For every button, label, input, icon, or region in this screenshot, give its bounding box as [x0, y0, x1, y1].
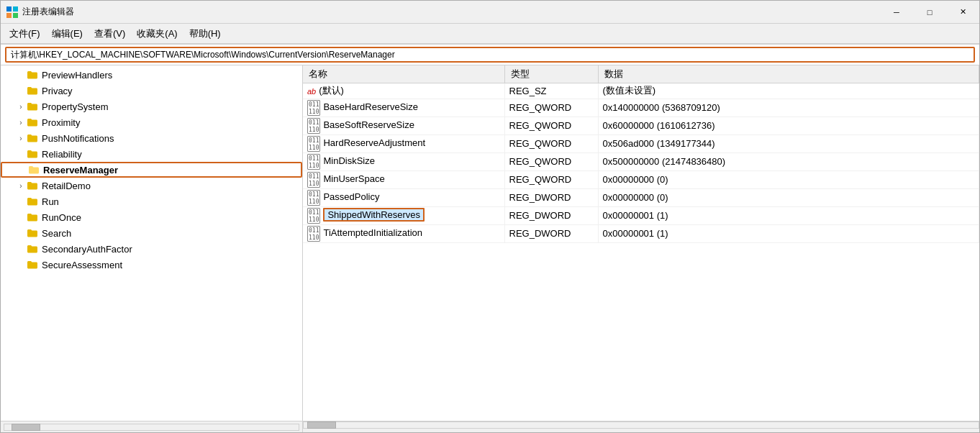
- svg-rect-2: [6, 13, 12, 18]
- value-name-cell: 011110MinDiskSize: [303, 152, 504, 170]
- tree-scrollbar[interactable]: [1, 421, 303, 432]
- folder-icon: [27, 101, 38, 112]
- bottom-scrollbar: [1, 421, 979, 432]
- col-header-data: 数据: [598, 65, 979, 83]
- reg-icon: 011110: [307, 172, 320, 188]
- tree-item-label: Run: [42, 196, 59, 207]
- tree-item[interactable]: RunOnce: [1, 209, 302, 225]
- tree-item-label: PreviewHandlers: [42, 70, 112, 81]
- tree-item[interactable]: ›PropertySystem: [1, 99, 302, 114]
- tree-item[interactable]: ›RetailDemo: [1, 178, 302, 193]
- value-name-cell: ab(默认): [303, 83, 504, 99]
- value-data-cell: (数值未设置): [598, 83, 979, 99]
- menu-edit[interactable]: 编辑(E): [46, 26, 89, 42]
- close-button[interactable]: ✕: [946, 1, 979, 24]
- col-header-name: 名称: [303, 65, 504, 83]
- window-title: 注册表编辑器: [22, 6, 74, 18]
- value-name-cell: 011110MinUserSpace: [303, 170, 504, 188]
- reg-icon: 011110: [307, 100, 320, 116]
- table-row[interactable]: 011110PassedPolicyREG_DWORD0x00000000 (0…: [303, 188, 979, 206]
- value-data-cell: 0x60000000 (1610612736): [598, 117, 979, 135]
- tree-arrow-icon: ›: [15, 182, 27, 190]
- values-table: 名称 类型 数据 ab(默认)REG_SZ(数值未设置)011110BaseHa…: [303, 65, 979, 243]
- table-row[interactable]: 011110MinUserSpaceREG_QWORD0x00000000 (0…: [303, 170, 979, 188]
- menu-favorites[interactable]: 收藏夹(A): [131, 26, 183, 42]
- col-header-type: 类型: [504, 65, 598, 83]
- tree-item[interactable]: SecondaryAuthFactor: [1, 241, 302, 257]
- table-row[interactable]: 011110BaseHardReserveSizeREG_QWORD0x1400…: [303, 99, 979, 117]
- minimize-button[interactable]: ─: [880, 1, 913, 24]
- tree-item[interactable]: ReserveManager: [1, 162, 302, 178]
- tree-item[interactable]: Privacy: [1, 83, 302, 99]
- tree-panel[interactable]: PreviewHandlersPrivacy›PropertySystem›Pr…: [1, 65, 303, 421]
- tree-item[interactable]: Search: [1, 225, 302, 241]
- table-row[interactable]: ab(默认)REG_SZ(数值未设置): [303, 83, 979, 99]
- menu-file[interactable]: 文件(F): [4, 26, 46, 42]
- ab-icon: ab: [307, 87, 316, 96]
- value-data-cell: 0x00000001 (1): [598, 206, 979, 224]
- value-data-cell: 0x140000000 (5368709120): [598, 99, 979, 117]
- table-row[interactable]: 011110MinDiskSizeREG_QWORD0x500000000 (2…: [303, 152, 979, 170]
- value-type-cell: REG_QWORD: [504, 152, 598, 170]
- folder-icon: [27, 69, 38, 81]
- value-name: TiAttemptedInitialization: [323, 227, 422, 238]
- menu-view[interactable]: 查看(V): [89, 26, 131, 42]
- folder-icon: [27, 148, 38, 160]
- value-type-cell: REG_QWORD: [504, 135, 598, 152]
- values-scrollbar[interactable]: [303, 421, 979, 432]
- tree-item-label: ReserveManager: [43, 165, 118, 176]
- value-name-cell: 011110BaseHardReserveSize: [303, 99, 504, 117]
- value-panel[interactable]: 名称 类型 数据 ab(默认)REG_SZ(数值未设置)011110BaseHa…: [303, 65, 979, 421]
- title-bar-left: 注册表编辑器: [6, 6, 74, 18]
- value-data-cell: 0x00000000 (0): [598, 188, 979, 206]
- folder-icon: [28, 164, 40, 176]
- table-row[interactable]: 011110HardReserveAdjustmentREG_QWORD0x50…: [303, 135, 979, 152]
- table-row[interactable]: 011110BaseSoftReserveSizeREG_QWORD0x6000…: [303, 117, 979, 135]
- value-data-cell: 0x00000000 (0): [598, 170, 979, 188]
- svg-rect-3: [13, 13, 18, 18]
- value-name: PassedPolicy: [323, 191, 379, 202]
- tree-item[interactable]: Run: [1, 193, 302, 209]
- value-name-cell: 011110HardReserveAdjustment: [303, 135, 504, 152]
- tree-item-label: SecondaryAuthFactor: [42, 244, 132, 255]
- tree-item-label: PushNotifications: [42, 133, 114, 144]
- value-type-cell: REG_SZ: [504, 83, 598, 99]
- tree-item[interactable]: ›PushNotifications: [1, 130, 302, 146]
- main-content: PreviewHandlersPrivacy›PropertySystem›Pr…: [1, 65, 979, 421]
- table-row[interactable]: 011110ShippedWithReservesREG_DWORD0x0000…: [303, 206, 979, 224]
- tree-item-label: Proximity: [42, 117, 80, 128]
- tree-arrow-icon: ›: [15, 103, 27, 111]
- tree-item[interactable]: SecureAssessment: [1, 257, 302, 273]
- title-controls: ─ □ ✕: [880, 1, 979, 24]
- tree-arrow-icon: ›: [15, 135, 27, 142]
- menu-help[interactable]: 帮助(H): [183, 26, 227, 42]
- tree-item[interactable]: Reliability: [1, 146, 302, 162]
- reg-icon: 011110: [307, 136, 320, 152]
- value-name-cell: 011110BaseSoftReserveSize: [303, 117, 504, 135]
- value-type-cell: REG_QWORD: [504, 99, 598, 117]
- tree-arrow-icon: ›: [15, 119, 27, 127]
- value-data-cell: 0x00000001 (1): [598, 224, 979, 242]
- table-row[interactable]: 011110TiAttemptedInitializationREG_DWORD…: [303, 224, 979, 242]
- value-name: (默认): [319, 85, 344, 96]
- value-type-cell: REG_DWORD: [504, 188, 598, 206]
- svg-rect-1: [13, 6, 18, 12]
- value-name: HardReserveAdjustment: [323, 137, 425, 148]
- tree-item[interactable]: PreviewHandlers: [1, 67, 302, 83]
- tree-item-label: RetailDemo: [42, 181, 91, 191]
- value-type-cell: REG_QWORD: [504, 117, 598, 135]
- tree-item-label: PropertySystem: [42, 101, 108, 112]
- value-data-cell: 0x500000000 (21474836480): [598, 152, 979, 170]
- value-data-cell: 0x506ad000 (1349177344): [598, 135, 979, 152]
- tree-item[interactable]: ›Proximity: [1, 114, 302, 130]
- maximize-button[interactable]: □: [913, 1, 946, 24]
- address-input[interactable]: [5, 47, 975, 63]
- tree-item-label: Search: [42, 228, 71, 239]
- tree-item-label: Reliability: [42, 149, 82, 160]
- folder-icon: [27, 227, 38, 239]
- folder-icon: [27, 243, 38, 255]
- value-type-cell: REG_DWORD: [504, 224, 598, 242]
- folder-icon: [27, 132, 38, 144]
- value-name-cell: 011110PassedPolicy: [303, 188, 504, 206]
- value-name: MinUserSpace: [323, 173, 384, 184]
